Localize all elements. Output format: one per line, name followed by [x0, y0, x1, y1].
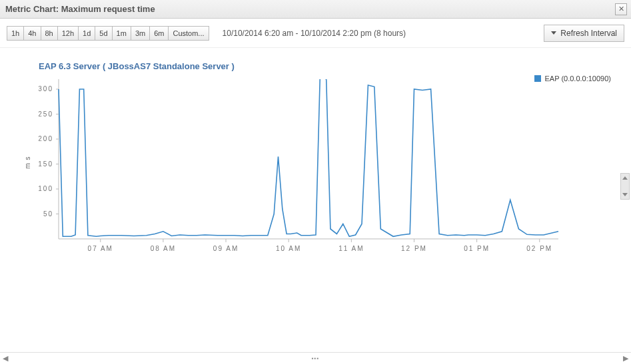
svg-text:300: 300: [39, 85, 53, 92]
time-range-6m[interactable]: 6m: [149, 26, 169, 41]
time-range-custom[interactable]: Custom...: [168, 26, 209, 41]
time-range-12h[interactable]: 12h: [57, 26, 79, 41]
svg-text:11 AM: 11 AM: [338, 245, 364, 252]
svg-text:09 AM: 09 AM: [213, 245, 239, 252]
chart-svg: 5010015020025030007 AM08 AM09 AM10 AM11 …: [39, 79, 565, 259]
svg-text:150: 150: [39, 160, 53, 168]
svg-text:200: 200: [39, 135, 53, 142]
time-range-4h[interactable]: 4h: [23, 26, 41, 41]
scroll-right-icon[interactable]: ▶: [623, 354, 628, 363]
svg-text:01 PM: 01 PM: [464, 245, 490, 252]
svg-text:50: 50: [43, 210, 53, 218]
close-icon: ✕: [618, 5, 624, 13]
svg-text:250: 250: [39, 110, 53, 118]
y-axis-label: m s: [24, 156, 31, 168]
time-range-8h[interactable]: 8h: [41, 26, 58, 41]
vertical-scroll-handle[interactable]: [620, 173, 630, 200]
time-range-5d[interactable]: 5d: [95, 26, 112, 41]
toolbar: 1h4h8h12h1d5d1m3m6mCustom... 10/10/2014 …: [0, 19, 631, 48]
scroll-left-icon[interactable]: ◀: [3, 354, 8, 363]
refresh-interval-button[interactable]: Refresh Interval: [544, 25, 624, 42]
time-range-3m[interactable]: 3m: [131, 26, 150, 41]
chart-title: EAP 6.3 Server ( JBossAS7 Standalone Ser…: [39, 61, 618, 71]
close-button[interactable]: ✕: [615, 3, 627, 15]
svg-text:07 AM: 07 AM: [88, 245, 113, 252]
refresh-interval-label: Refresh Interval: [560, 29, 617, 38]
svg-text:02 PM: 02 PM: [526, 245, 552, 252]
title-bar: Metric Chart: Maximum request time ✕: [0, 0, 631, 19]
time-range-1m[interactable]: 1m: [112, 26, 131, 41]
svg-text:12 PM: 12 PM: [401, 245, 427, 252]
chevron-down-icon: [551, 31, 556, 35]
time-range-1h[interactable]: 1h: [7, 26, 24, 41]
svg-text:100: 100: [39, 185, 53, 192]
time-range-label: 10/10/2014 6:20 am - 10/10/2014 2:20 pm …: [223, 29, 531, 38]
scroll-grip-icon: ▪▪▪: [312, 355, 320, 361]
chart-area: EAP 6.3 Server ( JBossAS7 Standalone Ser…: [0, 48, 631, 246]
time-range-1d[interactable]: 1d: [78, 26, 95, 41]
horizontal-scrollbar[interactable]: ◀ ▪▪▪ ▶: [0, 352, 631, 364]
window-title: Metric Chart: Maximum request time: [5, 4, 155, 14]
time-range-group: 1h4h8h12h1d5d1m3m6mCustom...: [7, 26, 209, 41]
svg-text:08 AM: 08 AM: [151, 245, 176, 252]
svg-text:10 AM: 10 AM: [276, 245, 301, 252]
plot: m s 5010015020025030007 AM08 AM09 AM10 A…: [39, 79, 565, 246]
